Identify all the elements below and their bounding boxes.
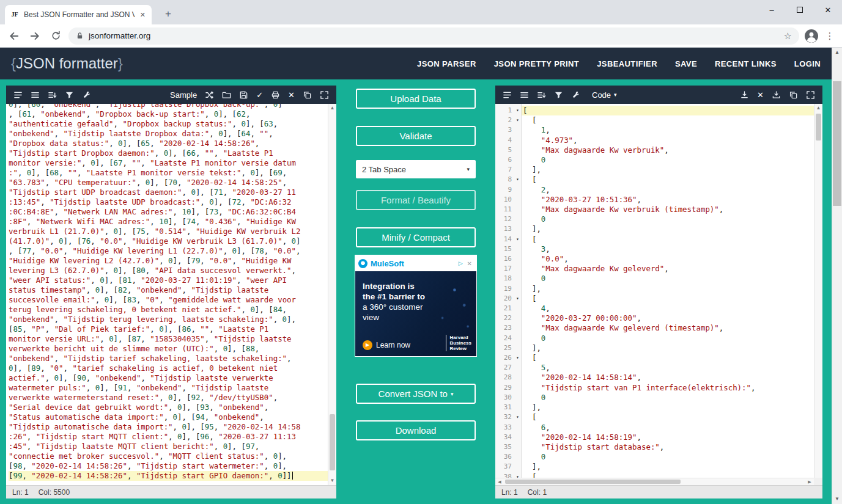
url-omnibox[interactable]: jsonformatter.org ☆: [68, 27, 799, 45]
scroll-down-icon[interactable]: ▼: [328, 477, 336, 485]
scroll-left-icon[interactable]: ◀: [495, 478, 504, 485]
right-editor-line[interactable]: 4 "4.973",: [495, 136, 814, 145]
reload-icon[interactable]: [48, 28, 64, 44]
right-editor-line[interactable]: 1▾[: [495, 106, 814, 115]
advertisement[interactable]: MuleSoft ▷ ✕ Integration is the #1 barri…: [355, 255, 477, 357]
copy-icon[interactable]: [789, 90, 798, 100]
ad-learn-now-link[interactable]: ▶ Learn now: [363, 340, 410, 350]
download-button[interactable]: Download: [356, 420, 476, 440]
right-scroll-thumb[interactable]: [816, 114, 821, 141]
scroll-down-icon[interactable]: ▼: [832, 494, 842, 504]
left-editor-row[interactable]: :45", "Tijdstip laatste MQTT client beri…: [9, 442, 328, 451]
left-editor-area[interactable]: 0], [60, "onbekend", "Tijdstip laatste D…: [6, 104, 336, 485]
right-editor-line[interactable]: 18 0: [495, 274, 814, 283]
left-editor-row[interactable]: , [61, "onbekend", "Dropbox back-up star…: [9, 109, 328, 119]
right-editor-line[interactable]: 36 0: [495, 452, 814, 462]
left-editor-row[interactable]: "Serial device dat gebruikt wordt:", 0],…: [9, 403, 328, 412]
window-minimize-button[interactable]: –: [758, 0, 786, 20]
view-mode-dropdown[interactable]: Code ▾: [592, 90, 617, 100]
left-editor-row[interactable]: "authenticatie gefaald", "Dropbox backup…: [9, 119, 328, 129]
open-file-icon[interactable]: [222, 90, 231, 100]
right-editor-line[interactable]: 2▾ [: [495, 115, 814, 125]
validate-button[interactable]: Validate: [356, 126, 476, 146]
right-editor-line[interactable]: 6 0: [495, 155, 814, 165]
wrench-icon[interactable]: [571, 90, 580, 100]
right-editor-line[interactable]: 15 3,: [495, 244, 814, 254]
nav-login[interactable]: LOGIN: [794, 59, 821, 68]
left-editor-row[interactable]: "onbekend", "Tijdstip tarief schakeling,…: [9, 354, 328, 363]
menu-lines-icon[interactable]: [520, 90, 529, 100]
right-editor-line[interactable]: 32▾ [: [495, 412, 814, 422]
ad-body[interactable]: Integration is the #1 barrier to a 360° …: [355, 271, 476, 356]
fold-toggle-icon[interactable]: ▾: [514, 353, 522, 363]
right-editor-line[interactable]: 28 "2020-02-14 14:58:14",: [495, 373, 814, 382]
nav-recent-links[interactable]: RECENT LINKS: [715, 59, 777, 68]
left-editor-row[interactable]: "Status automatische data import:", 0], …: [9, 412, 328, 422]
right-editor-line[interactable]: 22 "2020-03-27 00:00:00",: [495, 313, 814, 323]
format-beautify-button[interactable]: Format / Beautify: [356, 190, 476, 210]
sort-icon[interactable]: [48, 90, 57, 100]
browser-menu-icon[interactable]: ⋮: [824, 31, 836, 42]
left-editor-row[interactable]: [98, "2020-02-14 14:58:26", "Tijdstip st…: [9, 461, 328, 471]
upload-data-button[interactable]: Upload Data: [356, 89, 476, 109]
new-tab-button[interactable]: +: [160, 6, 176, 22]
tab-close-icon[interactable]: ✕: [139, 11, 147, 19]
page-scrollbar[interactable]: ▲ ▼: [832, 48, 842, 504]
copy-icon[interactable]: [303, 90, 312, 100]
left-editor-row[interactable]: (41.7.0)", 0], [76, "0.0", "Huidige KW v…: [9, 236, 328, 246]
scroll-right-icon[interactable]: ▶: [805, 478, 814, 485]
validate-check-icon[interactable]: ✓: [256, 90, 263, 100]
download-icon[interactable]: [772, 90, 781, 100]
left-editor-row[interactable]: "connectie met broker succesvol.", "MQTT…: [9, 451, 328, 461]
right-editor-vscrollbar[interactable]: ▲ ▼: [814, 104, 822, 485]
right-editor-line[interactable]: 23 "Max dagwaarde Kw geleverd (timestamp…: [495, 323, 814, 333]
left-editor-row[interactable]: actief.", 0], [90, "onbekend", "Tijdstip…: [9, 373, 328, 383]
left-editor-row[interactable]: watermeter puls:", 0], [91, "onbekend", …: [9, 383, 328, 393]
right-editor-line[interactable]: 7 ],: [495, 165, 814, 175]
right-editor-line[interactable]: 5 "Max dagwaarde Kw verbruik",: [495, 145, 814, 155]
right-editor-line[interactable]: 34 "2020-02-14 14:58:19",: [495, 433, 814, 442]
left-editor-row[interactable]: monitor versie URL:", 0], [87, "15853040…: [9, 334, 328, 344]
right-editor-line[interactable]: 12 0: [495, 214, 814, 224]
left-editor-row[interactable]: verbruik L1 (21.7.0)", 0], [75, "0.514",…: [9, 227, 328, 236]
print-icon[interactable]: [271, 90, 280, 100]
right-editor-area[interactable]: 1▾[2▾ [3 1,4 "4.973",5 "Max dagwaarde Kw…: [495, 104, 822, 485]
right-editor-line[interactable]: 19 ],: [495, 284, 814, 294]
left-editor-row[interactable]: :26", "Tijdstip start MQTT client:", 0],…: [9, 432, 328, 442]
filter-icon[interactable]: [554, 90, 563, 100]
clear-icon[interactable]: ✕: [288, 90, 295, 100]
right-editor-line[interactable]: 20▾ [: [495, 294, 814, 304]
left-scroll-thumb[interactable]: [330, 414, 335, 470]
left-editor-row[interactable]: status timestamp", 0], [82, "onbekend", …: [9, 285, 328, 295]
left-editor-row[interactable]: monitor versie:", 0], [67, "", "Laatste …: [9, 158, 328, 168]
right-editor-line[interactable]: 14▾ [: [495, 235, 814, 244]
nav-save[interactable]: SAVE: [675, 59, 697, 68]
left-editor-row[interactable]: [99, "2020-02-14 14:58:26", "Tijdstip st…: [9, 471, 328, 481]
fold-toggle-icon[interactable]: ▾: [514, 106, 522, 115]
forward-icon[interactable]: [27, 28, 43, 44]
scroll-up-icon[interactable]: ▲: [328, 104, 336, 112]
left-editor-row[interactable]: "weer API status:", 0], [81, "2020-03-27…: [9, 276, 328, 285]
window-maximize-button[interactable]: [786, 0, 814, 20]
right-editor-hscrollbar[interactable]: ◀ ▶: [495, 478, 814, 485]
fold-toggle-icon[interactable]: ▾: [514, 115, 522, 125]
indent-icon[interactable]: [503, 90, 512, 100]
left-editor-row[interactable]: "Tijdstip start UDP broadcast daemon:", …: [9, 188, 328, 197]
right-editor-line[interactable]: 8▾ [: [495, 175, 814, 184]
right-editor-line[interactable]: 38▾ [: [495, 472, 814, 478]
left-editor-row[interactable]: "onbekend", "Tijdstip laatste Dropbox da…: [9, 129, 328, 139]
left-editor-row[interactable]: "Tijdstip start Dropbox daemon:", 0], [6…: [9, 148, 328, 158]
fold-toggle-icon[interactable]: ▾: [514, 472, 522, 478]
fold-toggle-icon[interactable]: ▾: [514, 235, 522, 244]
sample-menu[interactable]: Sample: [170, 90, 197, 100]
left-editor-row[interactable]: levering L3 (62.7.0)", 0], [80, "API dat…: [9, 266, 328, 276]
left-editor-row[interactable]: [85, "P", "Dal of Piek tarief:", 0], [86…: [9, 324, 328, 334]
right-editor-line[interactable]: 9 2,: [495, 185, 814, 195]
right-editor-line[interactable]: 24 0: [495, 334, 814, 343]
ad-close-icon[interactable]: ✕: [466, 260, 473, 267]
right-editor-line[interactable]: 16 "0.0",: [495, 254, 814, 264]
nav-json-parser[interactable]: JSON PARSER: [417, 59, 476, 68]
left-editor-row[interactable]: :13:45", "Tijdstip laatste UDP broadcast…: [9, 197, 328, 207]
left-editor-row[interactable]: verwerkte watermeterstand reset:", 0], […: [9, 393, 328, 403]
right-editor-line[interactable]: 25 ],: [495, 343, 814, 353]
